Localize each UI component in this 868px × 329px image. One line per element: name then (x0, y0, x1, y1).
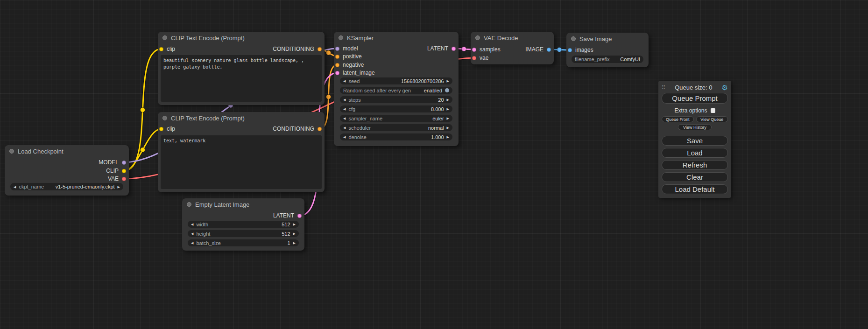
arrow-right-icon[interactable]: ▶ (447, 107, 449, 111)
widget-filename-prefix[interactable]: filename_prefix ComfyUI (572, 56, 643, 63)
widget-denoise[interactable]: ◀ denoise 1.000 ▶ (340, 133, 452, 140)
clear-button[interactable]: Clear (662, 172, 728, 182)
arrow-left-icon[interactable]: ◀ (343, 117, 346, 120)
image-slot-dot[interactable] (568, 48, 572, 52)
node-status-dot[interactable] (339, 35, 343, 40)
drag-handle-icon[interactable]: ⠿ (662, 84, 665, 91)
widget-height[interactable]: ◀ height 512 ▶ (188, 230, 299, 237)
arrow-right-icon[interactable]: ▶ (447, 117, 449, 120)
widget-seed[interactable]: ◀ seed 156680208700286 ▶ (340, 77, 452, 84)
view-queue-button[interactable]: View Queue (696, 116, 728, 122)
output-slot-image[interactable]: IMAGE (525, 46, 551, 53)
model-slot-dot[interactable] (122, 161, 126, 165)
latent-slot-dot[interactable] (472, 48, 476, 52)
node-status-dot[interactable] (162, 35, 167, 40)
widget-ckpt-name[interactable]: ◀ ckpt_name v1-5-pruned-emaonly.ckpt ▶ (10, 183, 123, 190)
node-empty-latent-image[interactable]: Empty Latent Image LATENT ◀ width 512 ▶ … (182, 198, 304, 251)
prompt-text-area[interactable]: text, watermark (161, 135, 322, 189)
node-graph-canvas[interactable]: Load Checkpoint MODEL CLIP VAE ◀ ckpt_na… (0, 0, 868, 329)
node-save-image[interactable]: Save Image images filename_prefix ComfyU… (566, 33, 649, 67)
output-slot-vae[interactable]: VAE (108, 175, 126, 182)
node-title-bar[interactable]: CLIP Text Encode (Prompt) (158, 112, 325, 124)
arrow-right-icon[interactable]: ▶ (293, 223, 296, 226)
arrow-left-icon[interactable]: ◀ (343, 98, 346, 101)
clip-slot-dot[interactable] (159, 127, 163, 131)
load-button[interactable]: Load (662, 148, 728, 158)
extra-options-checkbox[interactable] (711, 108, 715, 113)
widget-scheduler[interactable]: ◀ scheduler normal ▶ (340, 124, 452, 131)
widget-cfg[interactable]: ◀ cfg 8.000 ▶ (340, 105, 452, 112)
node-title-bar[interactable]: CLIP Text Encode (Prompt) (158, 32, 325, 44)
input-slot-clip[interactable]: clip (159, 45, 175, 53)
latent-slot-dot[interactable] (297, 214, 302, 218)
widget-batch-size[interactable]: ◀ batch_size 1 ▶ (188, 239, 299, 246)
widget-sampler-name[interactable]: ◀ sampler_name euler ▶ (340, 115, 452, 122)
clip-slot-dot[interactable] (159, 47, 163, 51)
output-slot-latent[interactable]: LATENT (273, 212, 302, 219)
node-vae-decode[interactable]: VAE Decode samples vae IMAGE (471, 32, 554, 64)
arrow-left-icon[interactable]: ◀ (191, 241, 193, 245)
input-slot-positive[interactable]: positive (335, 53, 362, 60)
input-slot-model[interactable]: model (335, 45, 358, 52)
node-clip-text-encode-negative[interactable]: CLIP Text Encode (Prompt) clip CONDITION… (158, 112, 325, 192)
prompt-text-area[interactable]: beautiful scenery nature glass bottle la… (161, 55, 322, 102)
node-status-dot[interactable] (9, 149, 14, 154)
input-slot-images[interactable]: images (568, 46, 593, 54)
output-slot-conditioning[interactable]: CONDITIONING (273, 125, 322, 133)
vae-slot-dot[interactable] (122, 177, 126, 181)
node-load-checkpoint[interactable]: Load Checkpoint MODEL CLIP VAE ◀ ckpt_na… (5, 145, 129, 196)
arrow-right-icon[interactable]: ▶ (447, 126, 449, 129)
toggle-indicator-dot[interactable] (445, 88, 449, 92)
arrow-left-icon[interactable]: ◀ (343, 79, 346, 83)
node-status-dot[interactable] (475, 35, 480, 40)
arrow-right-icon[interactable]: ▶ (293, 232, 296, 235)
node-status-dot[interactable] (187, 202, 191, 207)
input-slot-negative[interactable]: negative (335, 61, 364, 69)
node-title-bar[interactable]: KSampler (334, 32, 459, 44)
image-slot-dot[interactable] (547, 48, 551, 52)
arrow-left-icon[interactable]: ◀ (343, 135, 346, 139)
node-title-bar[interactable]: VAE Decode (471, 32, 554, 44)
input-slot-vae[interactable]: vae (472, 54, 488, 62)
arrow-left-icon[interactable]: ◀ (343, 107, 346, 111)
node-status-dot[interactable] (571, 36, 576, 41)
queue-front-button[interactable]: Queue Front (662, 116, 694, 122)
input-slot-samples[interactable]: samples (472, 46, 501, 53)
view-history-button[interactable]: View History (678, 124, 712, 130)
widget-random-seed-toggle[interactable]: Random seed after every gen enabled (340, 87, 452, 94)
settings-gear-icon[interactable]: ⚙ (722, 84, 728, 91)
load-default-button[interactable]: Load Default (662, 184, 728, 194)
clip-slot-dot[interactable] (122, 169, 126, 173)
conditioning-slot-dot[interactable] (318, 47, 322, 51)
node-status-dot[interactable] (162, 116, 167, 120)
conditioning-slot-dot[interactable] (318, 127, 322, 131)
output-slot-latent[interactable]: LATENT (427, 45, 456, 52)
arrow-right-icon[interactable]: ▶ (293, 241, 296, 245)
node-title-bar[interactable]: Load Checkpoint (5, 145, 129, 157)
node-ksampler[interactable]: KSampler model positive negative latent_… (334, 32, 459, 146)
arrow-right-icon[interactable]: ▶ (447, 135, 449, 139)
node-clip-text-encode-positive[interactable]: CLIP Text Encode (Prompt) clip CONDITION… (158, 32, 325, 105)
output-slot-clip[interactable]: CLIP (106, 167, 126, 175)
arrow-left-icon[interactable]: ◀ (14, 185, 16, 189)
refresh-button[interactable]: Refresh (662, 160, 728, 170)
arrow-left-icon[interactable]: ◀ (191, 223, 193, 226)
conditioning-slot-dot[interactable] (335, 55, 339, 59)
arrow-left-icon[interactable]: ◀ (191, 232, 193, 235)
node-title-bar[interactable]: Empty Latent Image (182, 198, 304, 210)
save-button[interactable]: Save (662, 136, 728, 146)
arrow-left-icon[interactable]: ◀ (343, 126, 346, 129)
model-slot-dot[interactable] (335, 47, 339, 51)
input-slot-latent-image[interactable]: latent_image (335, 69, 375, 77)
widget-width[interactable]: ◀ width 512 ▶ (188, 221, 299, 228)
arrow-right-icon[interactable]: ▶ (447, 79, 449, 83)
arrow-right-icon[interactable]: ▶ (447, 98, 449, 101)
latent-slot-dot[interactable] (452, 47, 456, 51)
output-slot-conditioning[interactable]: CONDITIONING (273, 45, 322, 53)
widget-steps[interactable]: ◀ steps 20 ▶ (340, 96, 452, 103)
vae-slot-dot[interactable] (472, 56, 476, 60)
node-title-bar[interactable]: Save Image (566, 33, 649, 45)
latent-slot-dot[interactable] (335, 71, 339, 75)
output-slot-model[interactable]: MODEL (99, 159, 126, 166)
conditioning-slot-dot[interactable] (335, 63, 339, 67)
